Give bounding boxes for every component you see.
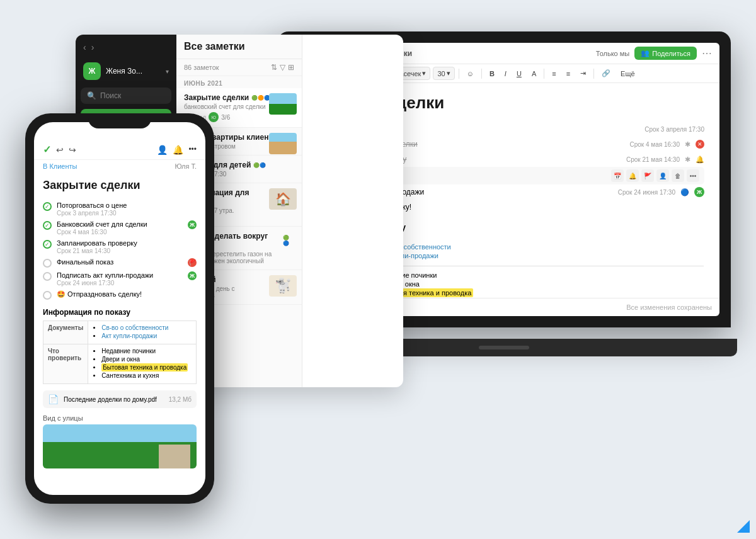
phone-badge-4: 🚩 [188, 258, 197, 267]
phone-task-text-2: Банковский счет для сделки [57, 220, 147, 228]
phone-doc-link-1[interactable]: Св-во о собственности [101, 324, 168, 331]
nav-arrows: ‹ › [76, 42, 176, 52]
phone-highlighted: Бытовая техника и проводка [101, 363, 188, 372]
phone-doc-link-2[interactable]: Акт купли-продажи [101, 332, 157, 339]
workspace-chevron[interactable]: ▾ [166, 68, 169, 75]
note-thumb-2 [269, 133, 297, 154]
info-value-check: Недавние починки Двери и окна Бытовая те… [361, 266, 704, 298]
check-icon[interactable]: ✓ [43, 144, 51, 156]
workspace-name: Женя Зо... [106, 67, 142, 76]
filter-icon[interactable]: ▽ [280, 63, 285, 72]
task-badge-green-5: Ж [694, 187, 704, 197]
note-dots-3: 🟢🔵 [253, 162, 266, 168]
notes-count: 86 заметок [184, 64, 219, 71]
task-date-5: Срок 24 июня 17:30 [618, 189, 675, 196]
share-label: Поделиться [652, 50, 690, 57]
phone-task-1: Поторговаться о цене Срок 3 апреля 17:30 [43, 200, 197, 218]
phone-checkbox-4[interactable] [43, 259, 52, 268]
search-bar[interactable]: 🔍 Поиск [81, 88, 171, 104]
phone-checkbox-1[interactable] [43, 202, 52, 211]
phone-attachment[interactable]: 📄 Последние доделки по дому.pdf 13,2 Мб [43, 390, 197, 408]
phone-info-table: Документы Св-во о собственности Акт купл… [43, 321, 197, 384]
bullets-button[interactable]: ≡ [548, 68, 559, 79]
task-action-buttons: 📅 🔔 🚩 👤 🗑 ••• [611, 169, 699, 182]
workspace-header[interactable]: Ж Женя Зо... ▾ [76, 59, 176, 84]
topbar-right: Только мы 👥 Поделиться ⋯ [596, 47, 712, 60]
emoji-button[interactable]: ☺ [463, 68, 478, 79]
phone-info-value-check: Недавние починки Двери и окна Бытовая те… [88, 344, 197, 384]
month-label: ИЮНЬ 2021 [176, 76, 302, 88]
undo-icon[interactable]: ↩ [56, 145, 64, 155]
phone-checkbox-6[interactable] [43, 291, 52, 300]
phone-image-section: Вид с улицы [43, 414, 197, 468]
notes-toolbar: ⇅ ▽ ⊞ [271, 63, 294, 72]
note-user-label: Юля Т. [175, 162, 197, 170]
phone-pdf-icon: 📄 [48, 394, 59, 404]
size-dropdown[interactable]: 30▾ [433, 67, 454, 80]
phone-doc-title: Закрытие сделки [43, 179, 197, 192]
forward-arrow-icon[interactable]: › [91, 42, 94, 52]
task-more-btn[interactable]: ••• [687, 169, 699, 182]
phone-info-row-check: Что проверить Недавние починки Двери и о… [43, 344, 197, 384]
task-date-3: Срок 21 мая 14:30 [626, 156, 680, 163]
indent-button[interactable]: ⇥ [576, 67, 590, 79]
phone-body: ✓ ↩ ↪ 👤 🔔 ••• В Клиенты Юля Т. Закрытие … [25, 113, 214, 504]
phone-task-text-5: Подписать акт купли-продажи [57, 271, 153, 279]
phone-task-date-5: Срок 24 июня 17:30 [57, 280, 183, 287]
phone-topbar: ✓ ↩ ↪ 👤 🔔 ••• [34, 140, 205, 160]
phone-task-3: Запланировать проверку Срок 21 мая 14:30 [43, 237, 197, 256]
task-delete-btn[interactable]: 🗑 [672, 169, 684, 182]
phone-checkbox-3[interactable] [43, 240, 52, 249]
note-thumb-4: 🏠 [269, 188, 297, 210]
laptop-notch [479, 346, 529, 349]
note-thumb-1 [269, 93, 297, 115]
task-bell-btn[interactable]: 🔔 [626, 169, 639, 182]
phone-device: ✓ ↩ ↪ 👤 🔔 ••• В Клиенты Юля Т. Закрытие … [25, 113, 220, 516]
link-button[interactable]: 🔗 [598, 67, 614, 79]
more-dots-phone-icon[interactable]: ••• [188, 145, 197, 155]
phone-info-row-docs: Документы Св-во о собственности Акт купл… [43, 321, 197, 344]
more-button[interactable]: Ещё [617, 68, 639, 79]
phone-action-icons: 👤 🔔 ••• [157, 145, 197, 155]
task-flag-btn[interactable]: 🚩 [641, 169, 654, 182]
phone-task-date-3: Срок 21 мая 14:30 [57, 247, 197, 254]
sort-icon[interactable]: ⇅ [271, 63, 277, 72]
phone-attachment-name: Последние доделки по дому.pdf [64, 396, 157, 403]
notes-header: Все заметки [176, 35, 302, 59]
phone-attachment-size: 13,2 Мб [169, 396, 192, 403]
phone-task-text-3: Запланировать проверку [57, 239, 137, 247]
phone-checkbox-5[interactable] [43, 272, 52, 281]
phone-task-2: Банковский счет для сделки Срок 4 мая 16… [43, 218, 197, 237]
underline-button[interactable]: U [513, 68, 525, 79]
note-section-label: В Клиенты [43, 162, 77, 170]
bold-button[interactable]: B [486, 68, 498, 79]
notes-meta: 86 заметок ⇅ ▽ ⊞ [176, 59, 302, 76]
notes-title: Все заметки [184, 41, 294, 52]
grid-icon[interactable]: ⊞ [288, 63, 294, 72]
info-value-docs: Св-во о собственности Акт купли-продажи [361, 238, 704, 266]
more-dots-icon[interactable]: ⋯ [702, 47, 712, 59]
redo-icon[interactable]: ↪ [69, 145, 76, 155]
phone-checkbox-2[interactable] [43, 221, 52, 230]
phone-task-text-1: Поторговаться о цене [57, 201, 127, 209]
phone-screen: ✓ ↩ ↪ 👤 🔔 ••• В Клиенты Юля Т. Закрытие … [34, 122, 205, 495]
italic-button[interactable]: I [501, 68, 510, 79]
saved-status: Все изменения сохранены [626, 304, 712, 311]
bell-icon-phone[interactable]: 🔔 [173, 145, 183, 155]
task-person-btn[interactable]: 👤 [656, 169, 669, 182]
phone-info-value-docs: Св-во о собственности Акт купли-продажи [88, 321, 197, 344]
phone-info-label-check: Что проверить [43, 344, 88, 384]
numbered-button[interactable]: ≡ [563, 68, 574, 79]
phone-task-date-2: Срок 4 мая 16:30 [57, 229, 183, 235]
task-date-2: Срок 4 мая 16:30 [630, 141, 680, 148]
back-arrow-icon[interactable]: ‹ [83, 42, 86, 52]
decorative-triangle [737, 520, 750, 533]
phone-task-text-6: 🤩 Отпраздновать сделку! [57, 290, 142, 298]
share-button[interactable]: 👥 Поделиться [634, 47, 697, 60]
note-thumb-6: 🐩 [269, 275, 297, 297]
highlight-button[interactable]: A [528, 68, 540, 79]
person-icon[interactable]: 👤 [157, 145, 168, 155]
task-calendar-btn[interactable]: 📅 [611, 169, 624, 182]
workspace-avatar: Ж [83, 62, 101, 80]
phone-note-header: В Клиенты Юля Т. [34, 160, 205, 173]
